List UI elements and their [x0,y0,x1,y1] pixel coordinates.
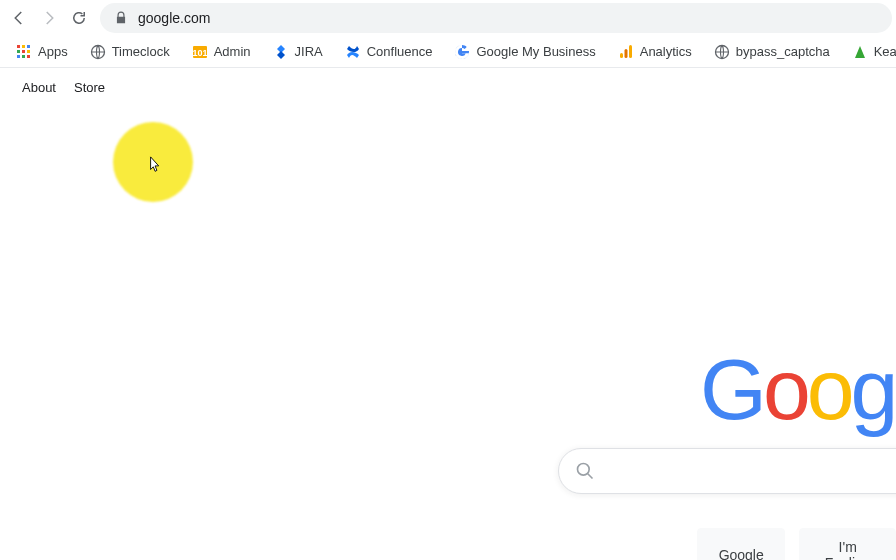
svg-rect-2 [27,45,30,48]
arrow-right-icon [40,9,58,27]
bookmark-admin[interactable]: 101 Admin [184,40,259,64]
bookmark-label: Apps [38,44,68,59]
apps-grid-icon [16,44,32,60]
svg-rect-4 [22,50,25,53]
browser-nav-bar: google.com [0,0,896,36]
back-button[interactable] [4,3,34,33]
about-link[interactable]: About [22,80,56,95]
svg-text:101: 101 [192,48,207,58]
header-links: About Store [22,80,105,95]
google-search-button[interactable]: Google Search [697,528,785,560]
svg-rect-6 [17,55,20,58]
reload-button[interactable] [64,3,94,33]
cursor-icon [149,156,163,174]
bookmark-apps[interactable]: Apps [8,40,76,64]
arrow-left-icon [10,9,28,27]
bookmark-label: Admin [214,44,251,59]
bookmark-jira[interactable]: JIRA [265,40,331,64]
bookmark-label: JIRA [295,44,323,59]
bookmark-timeclock[interactable]: Timeclock [82,40,178,64]
bookmark-label: Timeclock [112,44,170,59]
globe-icon [90,44,106,60]
lock-icon [114,11,128,25]
globe-icon [714,44,730,60]
bookmark-keap[interactable]: Keap [844,40,896,64]
svg-point-18 [578,464,590,476]
bookmarks-bar: Apps Timeclock 101 Admin JIRA Confluence… [0,36,896,68]
jira-icon [273,44,289,60]
admin-icon: 101 [192,44,208,60]
confluence-icon [345,44,361,60]
svg-rect-0 [17,45,20,48]
search-input[interactable] [558,448,896,494]
page-content: About Store Goog Google Search I'm Feeli… [0,68,896,560]
forward-button[interactable] [34,3,64,33]
analytics-icon [618,44,634,60]
search-icon [575,461,595,481]
bookmark-label: bypass_captcha [736,44,830,59]
store-link[interactable]: Store [74,80,105,95]
google-g-icon [454,44,470,60]
bookmark-gmb[interactable]: Google My Business [446,40,603,64]
keap-icon [852,44,868,60]
reload-icon [70,9,88,27]
svg-rect-13 [624,49,627,58]
bookmark-label: Google My Business [476,44,595,59]
bookmark-bypass-captcha[interactable]: bypass_captcha [706,40,838,64]
svg-line-19 [588,474,593,479]
search-buttons-row: Google Search I'm Feeling Lucky [697,528,896,560]
address-bar-url: google.com [138,10,210,26]
bookmark-analytics[interactable]: Analytics [610,40,700,64]
feeling-lucky-button[interactable]: I'm Feeling Lucky [799,528,896,560]
address-bar[interactable]: google.com [100,3,892,33]
svg-rect-1 [22,45,25,48]
bookmark-label: Keap [874,44,896,59]
svg-rect-8 [27,55,30,58]
svg-rect-7 [22,55,25,58]
svg-rect-3 [17,50,20,53]
google-logo: Goog [700,340,894,439]
svg-rect-5 [27,50,30,53]
bookmark-label: Analytics [640,44,692,59]
svg-rect-12 [620,53,623,58]
bookmark-label: Confluence [367,44,433,59]
svg-rect-14 [629,45,632,58]
bookmark-confluence[interactable]: Confluence [337,40,441,64]
